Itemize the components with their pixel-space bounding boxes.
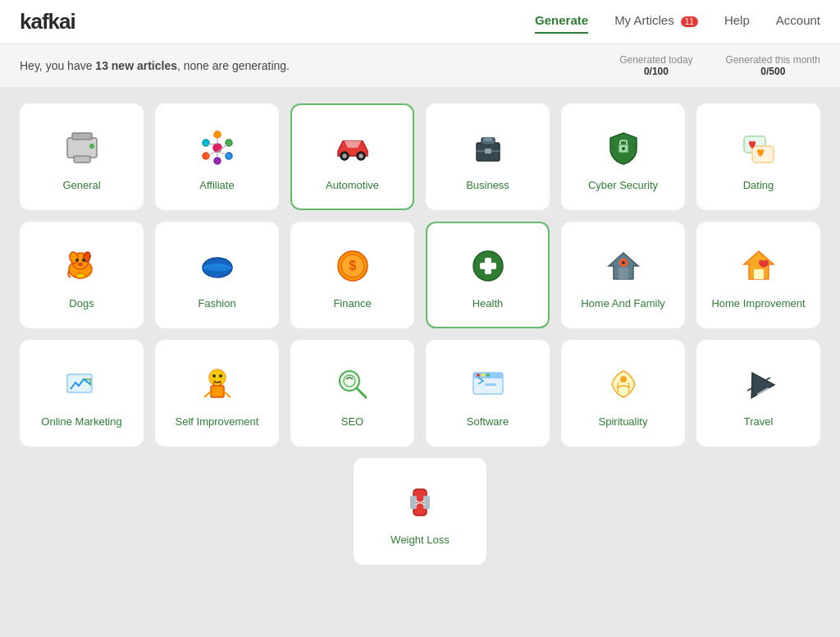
- fashion-icon: [194, 243, 240, 289]
- travel-label: Travel: [744, 415, 774, 429]
- seo-icon: [330, 361, 376, 407]
- seo-label: SEO: [341, 415, 363, 429]
- nav-help[interactable]: Help: [724, 13, 750, 30]
- new-articles-count: 13 new articles: [95, 59, 177, 72]
- online-marketing-icon: [59, 361, 105, 407]
- cyber-security-icon: [600, 125, 646, 171]
- automotive-label: Automotive: [326, 179, 379, 193]
- category-card-home-and-family[interactable]: Home And Family: [561, 222, 685, 328]
- affiliate-icon: [194, 125, 240, 171]
- svg-point-54: [212, 374, 216, 378]
- svg-point-55: [219, 374, 222, 378]
- svg-rect-51: [754, 269, 764, 279]
- software-label: Software: [467, 415, 509, 429]
- svg-point-36: [78, 263, 83, 266]
- home-and-family-icon: [600, 243, 646, 289]
- subheader: Hey, you have 13 new articles, none are …: [0, 44, 840, 87]
- svg-point-18: [342, 154, 346, 158]
- business-label: Business: [466, 179, 509, 193]
- svg-rect-65: [485, 383, 496, 386]
- bottom-row: >< Weight Loss: [20, 458, 820, 565]
- home-improvement-icon: [736, 243, 782, 289]
- svg-text:><: ><: [415, 498, 425, 507]
- category-card-software[interactable]: Software: [426, 340, 550, 447]
- svg-point-63: [482, 373, 485, 377]
- logo: kafkai: [20, 9, 75, 34]
- generated-month-stat: Generated this month 0/500: [726, 54, 820, 77]
- category-card-general[interactable]: General: [20, 103, 144, 210]
- svg-point-5: [214, 131, 221, 138]
- category-card-seo[interactable]: SEO: [290, 340, 414, 447]
- svg-point-34: [75, 259, 79, 262]
- svg-point-4: [213, 144, 221, 152]
- category-card-home-improvement[interactable]: Home Improvement: [696, 222, 820, 328]
- finance-label: Finance: [333, 297, 371, 311]
- self-improvement-label: Self Improvement: [176, 415, 259, 429]
- svg-point-20: [358, 154, 363, 158]
- generated-today-stat: Generated today 0/100: [619, 54, 692, 77]
- nav-generate[interactable]: Generate: [535, 13, 588, 30]
- home-and-family-label: Home And Family: [581, 297, 665, 311]
- svg-point-49: [622, 261, 625, 264]
- fashion-label: Fashion: [198, 297, 235, 311]
- svg-line-59: [357, 388, 366, 397]
- svg-point-37: [75, 273, 85, 278]
- category-card-weight-loss[interactable]: >< Weight Loss: [354, 458, 487, 565]
- my-articles-badge: 11: [681, 16, 698, 27]
- category-card-health[interactable]: Health: [426, 222, 550, 328]
- weight-loss-icon: ><: [397, 479, 443, 525]
- general-label: General: [62, 179, 100, 193]
- category-card-affiliate[interactable]: Affiliate: [155, 103, 279, 210]
- category-card-dating[interactable]: Dating: [696, 103, 820, 210]
- affiliate-label: Affiliate: [199, 179, 234, 193]
- dogs-icon: [59, 243, 105, 289]
- svg-point-66: [620, 376, 627, 383]
- nav-account[interactable]: Account: [776, 13, 820, 30]
- subheader-message: Hey, you have 13 new articles, none are …: [20, 59, 290, 72]
- dogs-label: Dogs: [69, 297, 94, 311]
- travel-icon: [736, 361, 782, 407]
- svg-point-3: [89, 144, 94, 149]
- self-improvement-icon: [194, 361, 240, 407]
- category-card-business[interactable]: Business: [426, 103, 550, 210]
- svg-rect-23: [484, 138, 492, 141]
- svg-point-62: [477, 373, 480, 377]
- svg-point-8: [214, 158, 221, 164]
- business-icon: [465, 125, 511, 171]
- nav: Generate My Articles 11 Help Account: [535, 13, 820, 30]
- svg-point-27: [622, 147, 625, 150]
- cyber-security-label: Cyber Security: [588, 179, 658, 193]
- category-card-travel[interactable]: Travel: [696, 340, 820, 447]
- nav-my-articles[interactable]: My Articles 11: [614, 13, 698, 30]
- general-icon: [59, 125, 105, 171]
- svg-rect-48: [619, 268, 628, 279]
- svg-point-39: [203, 264, 232, 271]
- category-card-dogs[interactable]: Dogs: [20, 222, 144, 328]
- home-improvement-label: Home Improvement: [711, 297, 805, 311]
- category-card-self-improvement[interactable]: Self Improvement: [155, 340, 279, 447]
- category-card-automotive[interactable]: Automotive: [290, 103, 414, 210]
- svg-point-53: [209, 369, 226, 386]
- automotive-icon: [330, 125, 376, 171]
- category-card-fashion[interactable]: Fashion: [155, 222, 279, 328]
- software-icon: [465, 361, 511, 407]
- online-marketing-label: Online Marketing: [41, 415, 121, 429]
- category-card-finance[interactable]: $ Finance: [290, 222, 414, 328]
- header: kafkai Generate My Articles 11 Help Acco…: [0, 0, 840, 44]
- svg-point-58: [344, 375, 355, 387]
- category-card-spirituality[interactable]: Spirituality: [561, 340, 685, 447]
- svg-rect-45: [480, 263, 496, 269]
- main-content: General Affiliate Automotive Business Cy…: [0, 87, 840, 581]
- svg-point-35: [82, 259, 85, 262]
- category-grid: General Affiliate Automotive Business Cy…: [20, 103, 820, 447]
- svg-rect-29: [752, 146, 774, 163]
- finance-icon: $: [330, 243, 376, 289]
- svg-text:$: $: [349, 259, 356, 273]
- svg-line-13: [217, 152, 227, 154]
- svg-point-64: [486, 373, 490, 377]
- svg-line-15: [208, 152, 217, 154]
- svg-rect-2: [74, 156, 90, 163]
- category-card-online-marketing[interactable]: Online Marketing: [20, 340, 144, 447]
- weight-loss-label: Weight Loss: [390, 534, 449, 548]
- category-card-cyber-security[interactable]: Cyber Security: [561, 103, 685, 210]
